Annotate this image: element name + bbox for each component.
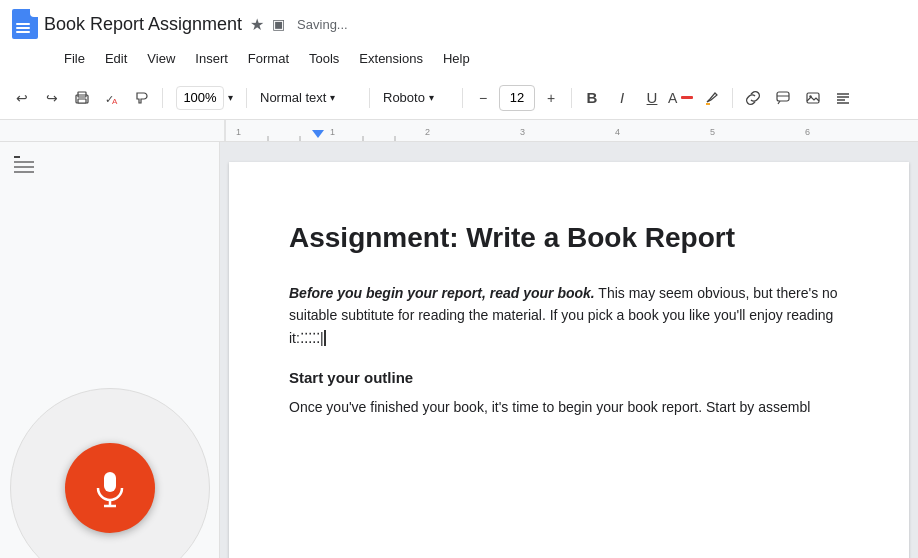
ruler: 1 1 2 3 4 5 6: [0, 120, 918, 142]
paragraph-1-bold: Before you begin your report, read your …: [289, 285, 595, 301]
svg-text:1: 1: [236, 127, 241, 137]
menu-edit[interactable]: Edit: [97, 48, 135, 69]
text-style-dropdown-icon: ▾: [330, 92, 335, 103]
text-color-button[interactable]: A: [668, 84, 696, 112]
divider-3: [369, 88, 370, 108]
svg-rect-8: [807, 93, 819, 103]
svg-rect-2: [78, 99, 86, 103]
divider-1: [162, 88, 163, 108]
svg-text:4: 4: [615, 127, 620, 137]
zoom-dropdown-icon: ▾: [228, 92, 233, 103]
voice-overlay: [10, 388, 210, 558]
text-color-label: A: [668, 91, 677, 105]
svg-text:3: 3: [520, 127, 525, 137]
outline-icon[interactable]: [12, 154, 207, 178]
menu-bar: File Edit View Insert Format Tools Exten…: [0, 44, 918, 76]
bold-button[interactable]: B: [578, 84, 606, 112]
divider-5: [571, 88, 572, 108]
title-actions: ★ ▣ Saving...: [250, 15, 348, 34]
divider-4: [462, 88, 463, 108]
underline-button[interactable]: U: [638, 84, 666, 112]
divider-6: [732, 88, 733, 108]
voice-record-button[interactable]: [65, 443, 155, 533]
text-style-value: Normal text: [260, 90, 326, 105]
divider-2: [246, 88, 247, 108]
document-heading: Assignment: Write a Book Report: [289, 222, 849, 254]
svg-text:5: 5: [710, 127, 715, 137]
zoom-input[interactable]: [176, 86, 224, 110]
font-size-input[interactable]: [499, 85, 535, 111]
menu-insert[interactable]: Insert: [187, 48, 236, 69]
svg-rect-32: [104, 472, 116, 492]
zoom-selector[interactable]: ▾: [169, 84, 240, 112]
document-subheading: Start your outline: [289, 369, 849, 386]
document-title[interactable]: Book Report Assignment: [44, 14, 242, 35]
svg-rect-14: [0, 120, 918, 142]
document-area[interactable]: Assignment: Write a Book Report Before y…: [220, 142, 918, 558]
mic-icon: [90, 468, 130, 508]
image-button[interactable]: [799, 84, 827, 112]
saving-status: Saving...: [297, 17, 348, 32]
svg-text:2: 2: [425, 127, 430, 137]
paint-format-button[interactable]: [128, 84, 156, 112]
comment-button[interactable]: [769, 84, 797, 112]
star-icon[interactable]: ★: [250, 15, 264, 34]
highlight-button[interactable]: [698, 84, 726, 112]
menu-tools[interactable]: Tools: [301, 48, 347, 69]
paragraph-align-button[interactable]: [829, 84, 857, 112]
font-value: Roboto: [383, 90, 425, 105]
menu-extensions[interactable]: Extensions: [351, 48, 431, 69]
font-selector[interactable]: Roboto ▾: [376, 84, 456, 112]
document-paragraph-2: Once you've finished your book, it's tim…: [289, 396, 849, 418]
title-bar: Book Report Assignment ★ ▣ Saving...: [0, 0, 918, 44]
print-button[interactable]: [68, 84, 96, 112]
font-size-decrease-button[interactable]: −: [469, 84, 497, 112]
document-paragraph-1: Before you begin your report, read your …: [289, 282, 849, 349]
text-cursor: |: [320, 330, 326, 346]
drive-icon[interactable]: ▣: [272, 16, 285, 32]
menu-file[interactable]: File: [56, 48, 93, 69]
redo-button[interactable]: ↪: [38, 84, 66, 112]
link-button[interactable]: [739, 84, 767, 112]
sidebar: [0, 142, 220, 558]
undo-button[interactable]: ↩: [8, 84, 36, 112]
spellcheck-button[interactable]: ✓A: [98, 84, 126, 112]
google-docs-icon: [12, 9, 38, 39]
main-area: Assignment: Write a Book Report Before y…: [0, 142, 918, 558]
font-size-increase-button[interactable]: +: [537, 84, 565, 112]
font-dropdown-icon: ▾: [429, 92, 434, 103]
italic-button[interactable]: I: [608, 84, 636, 112]
menu-help[interactable]: Help: [435, 48, 478, 69]
menu-view[interactable]: View: [139, 48, 183, 69]
document-page: Assignment: Write a Book Report Before y…: [229, 162, 909, 558]
svg-text:A: A: [112, 97, 118, 106]
toolbar: ↩ ↪ ✓A ▾ Normal text ▾ Roboto ▾ − + B I …: [0, 76, 918, 120]
menu-format[interactable]: Format: [240, 48, 297, 69]
text-style-selector[interactable]: Normal text ▾: [253, 84, 363, 112]
svg-text:1: 1: [330, 127, 335, 137]
svg-text:6: 6: [805, 127, 810, 137]
